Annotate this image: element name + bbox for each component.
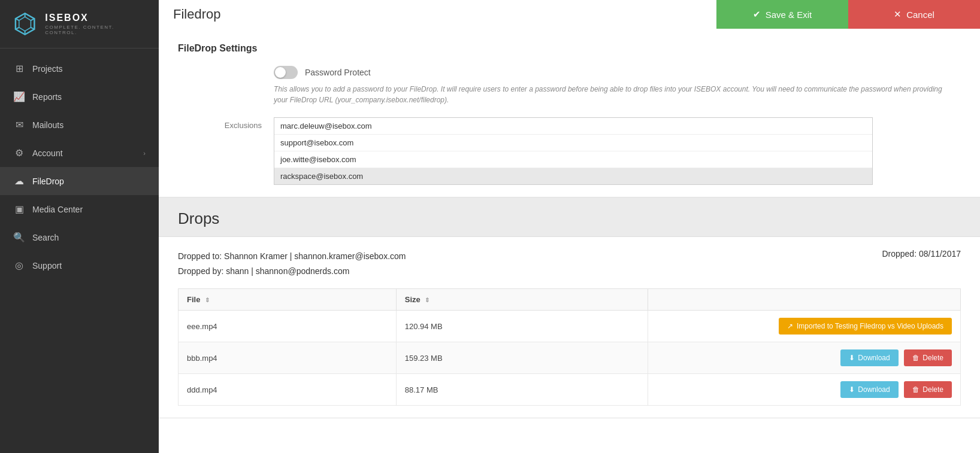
mediacenter-icon: ▣: [13, 203, 25, 215]
content-area: FileDrop Settings Password Protect This …: [159, 29, 980, 453]
page-title: Filedrop: [159, 0, 716, 29]
file-size-0: 120.94 MB: [396, 311, 648, 342]
sidebar-item-mediacenter[interactable]: ▣ Media Center: [0, 195, 159, 223]
import-icon: ↗: [787, 322, 793, 330]
svg-marker-2: [19, 17, 31, 31]
cancel-label: Cancel: [906, 10, 934, 20]
sidebar-item-mailouts[interactable]: ✉ Mailouts: [0, 111, 159, 139]
file-size-1: 159.23 MB: [396, 342, 648, 374]
password-protect-label: Password Protect: [305, 68, 371, 77]
password-toggle[interactable]: [274, 66, 298, 79]
delete-label-1: Delete: [922, 354, 943, 362]
download-icon-2: ⬇: [849, 385, 855, 394]
delete-label-2: Delete: [922, 385, 943, 394]
size-sort-icon[interactable]: ⇕: [425, 297, 429, 303]
sidebar-nav: ⊞ Projects 📈 Reports ✉ Mailouts ⚙ Accoun…: [0, 48, 159, 453]
table-row: ddd.mp4 88.17 MB ⬇ Download 🗑 Delete: [179, 374, 961, 406]
sidebar-label-reports: Reports: [32, 92, 62, 102]
save-exit-button[interactable]: ✔ Save & Exit: [716, 0, 848, 29]
files-table: File ⇕ Size ⇕ eee.mp4: [178, 288, 961, 406]
chevron-icon: ›: [143, 150, 146, 157]
drop-date: Dropped: 08/11/2017: [882, 249, 961, 259]
main-area: Filedrop ✔ Save & Exit ✕ Cancel FileDrop…: [159, 0, 980, 453]
dropped-to: Dropped to: Shannon Kramer | shannon.kra…: [178, 249, 406, 264]
drops-header: Drops: [159, 197, 980, 237]
password-protect-desc: This allows you to add a password to you…: [178, 84, 957, 105]
save-check-icon: ✔: [753, 9, 761, 20]
support-icon: ◎: [13, 260, 25, 271]
sidebar-item-filedrop[interactable]: ☁ FileDrop: [0, 167, 159, 195]
exclusions-list: marc.deleuw@isebox.com support@isebox.co…: [274, 117, 873, 185]
sidebar-label-mediacenter: Media Center: [32, 205, 83, 214]
delete-button-2[interactable]: 🗑 Delete: [904, 381, 952, 398]
download-button-2[interactable]: ⬇ Download: [840, 381, 898, 398]
exclusions-row: Exclusions marc.deleuw@isebox.com suppor…: [178, 117, 961, 185]
file-actions-2: ⬇ Download 🗑 Delete: [648, 374, 960, 406]
file-name-2: ddd.mp4: [179, 374, 397, 406]
sidebar-label-support: Support: [32, 261, 62, 270]
exclusions-label: Exclusions: [178, 117, 262, 130]
exclusion-item-3: rackspace@isebox.com: [274, 168, 872, 184]
col-size: Size ⇕: [396, 289, 648, 311]
cancel-button[interactable]: ✕ Cancel: [848, 0, 980, 29]
exclusion-item-0: marc.deleuw@isebox.com: [274, 118, 872, 135]
sidebar: ISEBOX COMPLETE. CONTENT. CONTROL. ⊞ Pro…: [0, 0, 159, 453]
logo-area: ISEBOX COMPLETE. CONTENT. CONTROL.: [0, 0, 159, 48]
file-name-0: eee.mp4: [179, 311, 397, 342]
sidebar-item-projects[interactable]: ⊞ Projects: [0, 54, 159, 83]
password-protect-row: Password Protect: [178, 66, 961, 79]
account-icon: ⚙: [13, 147, 25, 159]
download-button-1[interactable]: ⬇ Download: [840, 349, 898, 366]
filedrop-icon: ☁: [13, 175, 25, 187]
download-icon-1: ⬇: [849, 354, 855, 362]
sidebar-label-search: Search: [32, 233, 59, 242]
delete-icon-2: 🗑: [912, 385, 919, 394]
sidebar-item-support[interactable]: ◎ Support: [0, 251, 159, 279]
sidebar-label-account: Account: [32, 148, 63, 158]
search-icon: 🔍: [13, 232, 25, 243]
exclusion-item-1: support@isebox.com: [274, 135, 872, 151]
imported-label: Imported to Testing Filedrop vs Video Up…: [797, 322, 943, 330]
sidebar-item-account[interactable]: ⚙ Account ›: [0, 139, 159, 167]
drops-title: Drops: [178, 209, 961, 228]
exclusion-item-2: joe.witte@isebox.com: [274, 151, 872, 168]
delete-icon-1: 🗑: [912, 354, 919, 362]
cancel-x-icon: ✕: [894, 9, 902, 20]
file-actions-1: ⬇ Download 🗑 Delete: [648, 342, 960, 374]
col-file: File ⇕: [179, 289, 397, 311]
mailouts-icon: ✉: [13, 119, 25, 130]
dropped-by: Dropped by: shann | shannon@podnerds.com: [178, 264, 406, 279]
logo-tagline: COMPLETE. CONTENT. CONTROL.: [45, 25, 147, 35]
topbar: Filedrop ✔ Save & Exit ✕ Cancel: [159, 0, 980, 29]
col-actions: [648, 289, 960, 311]
logo-name: ISEBOX: [45, 13, 147, 23]
file-actions-0: ↗ Imported to Testing Filedrop vs Video …: [648, 311, 960, 342]
drop-card: Dropped to: Shannon Kramer | shannon.kra…: [159, 237, 980, 418]
logo-icon: [12, 11, 38, 37]
logo-text-area: ISEBOX COMPLETE. CONTENT. CONTROL.: [45, 13, 147, 35]
download-label-1: Download: [858, 354, 890, 362]
sidebar-label-filedrop: FileDrop: [32, 177, 64, 186]
file-size-2: 88.17 MB: [396, 374, 648, 406]
sidebar-label-projects: Projects: [32, 64, 63, 74]
imported-button[interactable]: ↗ Imported to Testing Filedrop vs Video …: [779, 318, 952, 335]
drops-section: Drops Dropped to: Shannon Kramer | shann…: [159, 197, 980, 418]
drop-to-from: Dropped to: Shannon Kramer | shannon.kra…: [178, 249, 406, 279]
drop-meta: Dropped to: Shannon Kramer | shannon.kra…: [178, 249, 961, 279]
delete-button-1[interactable]: 🗑 Delete: [904, 349, 952, 366]
table-row: eee.mp4 120.94 MB ↗ Imported to Testing …: [179, 311, 961, 342]
download-label-2: Download: [858, 385, 890, 394]
sidebar-label-mailouts: Mailouts: [32, 120, 63, 130]
settings-section-title: FileDrop Settings: [178, 43, 961, 54]
file-name-1: bbb.mp4: [179, 342, 397, 374]
reports-icon: 📈: [13, 91, 25, 102]
projects-icon: ⊞: [13, 63, 25, 74]
sidebar-item-search[interactable]: 🔍 Search: [0, 223, 159, 251]
table-row: bbb.mp4 159.23 MB ⬇ Download 🗑 Delete: [179, 342, 961, 374]
file-sort-icon[interactable]: ⇕: [205, 297, 210, 303]
sidebar-item-reports[interactable]: 📈 Reports: [0, 83, 159, 111]
save-exit-label: Save & Exit: [766, 10, 812, 20]
filedrop-settings-section: FileDrop Settings Password Protect This …: [159, 29, 980, 197]
